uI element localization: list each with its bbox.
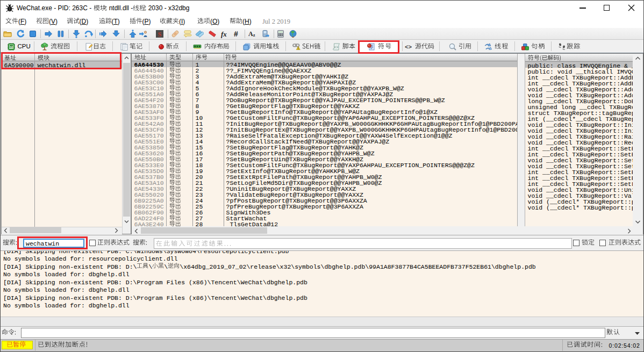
svg-text:#: # [234,30,238,38]
svg-text:z: z [253,33,255,38]
svg-text:32: 32 [9,45,12,48]
svg-text:S: S [158,31,162,38]
svg-text:<>: <> [405,44,412,51]
svg-text:<>: <> [334,45,338,49]
svg-text:fx: fx [221,30,227,38]
svg-text:A: A [248,30,253,38]
